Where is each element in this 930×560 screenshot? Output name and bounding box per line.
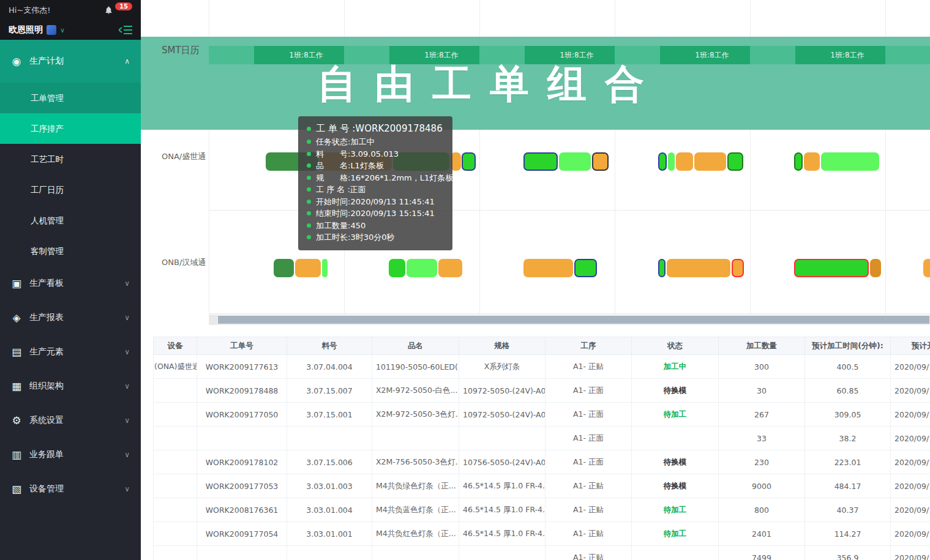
gantt-task-bar[interactable]: [821, 152, 879, 171]
bullet-dot-icon: [307, 127, 311, 131]
sidebar-subitem-3[interactable]: 工厂日历: [0, 174, 141, 205]
gantt-task-bar[interactable]: [462, 152, 476, 171]
tooltip-line: 工 序 名 :正面: [307, 184, 444, 196]
gantt-task-bar[interactable]: [523, 152, 558, 171]
table-row[interactable]: WORK20091781023.07.15.006X2M-756-5050-3色…: [154, 450, 930, 474]
shift-segment: [885, 46, 930, 64]
sidebar-group-production-plan[interactable]: ◉ 生产计划 ∧: [0, 40, 141, 83]
chevron-down-icon: ∨: [124, 485, 130, 493]
notification-badge: 15: [115, 2, 132, 10]
gantt-row-label-onb: ONB/汉域通: [162, 257, 206, 268]
table-cell: [459, 546, 546, 560]
table-col-header-2[interactable]: 料号: [287, 337, 372, 355]
sidebar-group-6[interactable]: ▧设备管理∨: [0, 472, 141, 506]
gantt-task-bar[interactable]: [732, 259, 744, 277]
table-col-header-4[interactable]: 规格: [459, 337, 546, 355]
table-row[interactable]: A1- 正贴7499356.92020/09/15 08:00:002: [154, 546, 930, 560]
gantt-task-bar[interactable]: [668, 152, 675, 171]
gantt-task-bar[interactable]: [592, 152, 609, 171]
gantt-task-bar[interactable]: [389, 259, 405, 277]
sidebar-group-4[interactable]: ⚙系统设置∨: [0, 403, 141, 438]
sidebar-subitem-1[interactable]: 工序排产: [0, 113, 141, 144]
sidebar-group-1[interactable]: ◈生产报表∨: [0, 301, 141, 335]
gantt-task-bar[interactable]: [676, 152, 693, 171]
sidebar-group-0[interactable]: ▣生产看板∨: [0, 266, 141, 301]
gantt-task-bar[interactable]: [322, 259, 328, 277]
table-row[interactable]: WORK20091770503.07.15.001X2M-972-5050-3色…: [154, 403, 930, 427]
table-row[interactable]: WORK20081763613.03.01.004M4共负蓝色灯条（正...46…: [154, 498, 930, 522]
scrollbar-thumb[interactable]: [218, 316, 929, 324]
gantt-task-bar[interactable]: [574, 259, 597, 277]
table-col-header-3[interactable]: 品名: [372, 337, 459, 355]
sidebar-group-2[interactable]: ▤生产元素∨: [0, 335, 141, 369]
sidebar-group-5[interactable]: ▥业务跟单∨: [0, 438, 141, 472]
row-divider: [209, 313, 930, 314]
table-cell: M4共负蓝色灯条（正...: [372, 498, 459, 522]
sidebar: Hi~支伟杰! 15 欧恩照明 ∨ ◉ 生产计划 ∧ 工单管理工序排产工艺工时工…: [0, 0, 141, 560]
gantt-task-bar[interactable]: [667, 259, 730, 277]
table-col-header-7[interactable]: 加工数量: [719, 337, 805, 355]
gantt-task-bar[interactable]: [658, 259, 666, 277]
table-cell: 484.17: [805, 474, 891, 498]
user-bar: Hi~支伟杰! 15: [0, 0, 141, 20]
tooltip-line: 加工时长:3时30分0秒: [307, 231, 444, 244]
status-badge: 待加工: [632, 522, 719, 546]
company-bar: 欧恩照明 ∨: [0, 20, 141, 40]
horizontal-scrollbar[interactable]: [209, 315, 930, 325]
table-col-header-5[interactable]: 工序: [546, 337, 632, 355]
table-col-header-9[interactable]: 预计开始时间: [891, 337, 930, 355]
gantt-task-bar[interactable]: [794, 152, 803, 171]
chevron-down-icon: ∨: [124, 313, 130, 322]
collapse-sidebar-icon[interactable]: [119, 25, 132, 35]
table-cell: [287, 427, 372, 450]
gantt-task-bar[interactable]: [438, 259, 462, 277]
table-row[interactable]: A1- 正面3338.22020/09/14 08:00:002: [154, 427, 930, 450]
gantt-task-bar[interactable]: [727, 152, 743, 171]
avatar[interactable]: [47, 25, 56, 35]
table-cell: [154, 498, 197, 522]
table-row[interactable]: WORK20091770533.03.01.003M4共负绿色灯条（正...46…: [154, 474, 930, 498]
chevron-down-icon[interactable]: ∨: [60, 26, 65, 34]
table-row[interactable]: WORK20091770543.03.01.001M4共负红色灯条（正...46…: [154, 522, 930, 546]
notification-area[interactable]: 15: [104, 6, 132, 15]
gantt-task-bar[interactable]: [694, 152, 726, 171]
gantt-task-bar[interactable]: [870, 259, 881, 277]
kanban-icon: ▣: [11, 277, 22, 289]
table-cell: 101190-5050-60LED(...: [372, 355, 459, 379]
table-cell: 46.5*14.5 厚1.0 FR-4...: [459, 474, 546, 498]
table-col-header-1[interactable]: 工单号: [197, 337, 287, 355]
gantt-task-bar[interactable]: [407, 259, 437, 277]
sidebar-group-3[interactable]: ▦组织架构∨: [0, 369, 141, 403]
table-cell: X2M-972-5050-3色灯...: [372, 403, 459, 427]
company-name[interactable]: 欧恩照明: [9, 24, 43, 35]
table-cell: [459, 427, 546, 450]
gantt-task-bar[interactable]: [923, 259, 930, 277]
scroll-left-button[interactable]: [209, 315, 217, 324]
status-badge: 待换模: [632, 450, 719, 474]
sidebar-subitem-5[interactable]: 客制管理: [0, 236, 141, 266]
table-col-header-0[interactable]: 设备: [154, 337, 197, 355]
sidebar-subitem-4[interactable]: 人机管理: [0, 205, 141, 236]
gantt-task-bar[interactable]: [804, 152, 820, 171]
table-cell: 10756-5050-(24V)-A0...: [459, 450, 546, 474]
table-row[interactable]: WORK20091784883.07.15.007X2M-972-5050-白色…: [154, 379, 930, 403]
sidebar-group-label: 生产元素: [29, 346, 64, 357]
gantt-task-bar[interactable]: [274, 259, 294, 277]
table-col-header-6[interactable]: 状态: [632, 337, 719, 355]
menu-bottom: ▣生产看板∨◈生产报表∨▤生产元素∨▦组织架构∨⚙系统设置∨▥业务跟单∨▧设备管…: [0, 266, 141, 506]
table-row[interactable]: (ONA)盛世通WORK20091776133.07.04.004101190-…: [154, 355, 930, 379]
table-cell: [154, 379, 197, 403]
gantt-task-bar[interactable]: [295, 259, 321, 277]
gantt-task-bar[interactable]: [559, 152, 591, 171]
gantt-task-bar[interactable]: [658, 152, 667, 171]
table-cell: 60.85: [805, 379, 891, 403]
gantt-task-bar[interactable]: [794, 259, 869, 277]
table-cell: [154, 427, 197, 450]
table-cell: A1- 正贴: [546, 546, 632, 560]
sidebar-subitem-2[interactable]: 工艺工时: [0, 144, 141, 174]
gantt-task-bar[interactable]: [523, 259, 573, 277]
app-root: Hi~支伟杰! 15 欧恩照明 ∨ ◉ 生产计划 ∧ 工单管理工序排产工艺工时工…: [0, 0, 930, 560]
status-badge: 待加工: [632, 403, 719, 427]
table-col-header-8[interactable]: 预计加工时间(分钟):: [805, 337, 891, 355]
sidebar-subitem-0[interactable]: 工单管理: [0, 83, 141, 113]
